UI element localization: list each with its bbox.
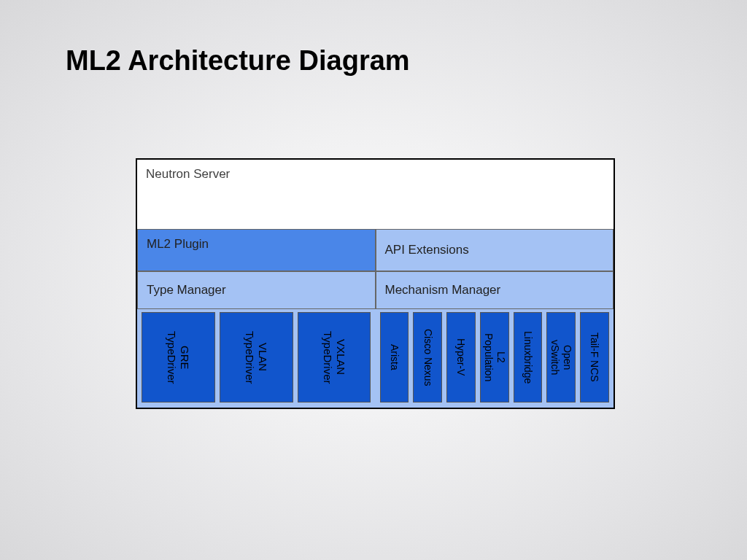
mech-driver-hyper-v: Hyper-V <box>446 312 476 402</box>
driver-label: L2 Population <box>482 333 507 381</box>
mech-driver-l2-population: L2 Population <box>480 312 509 402</box>
drivers-row: GRE TypeDriver VLAN TypeDriver VXLAN Typ… <box>137 309 614 408</box>
driver-label: Open vSwitch <box>549 340 574 375</box>
neutron-server-box: Neutron Server <box>137 160 614 229</box>
driver-label: GRE TypeDriver <box>165 331 191 384</box>
mech-driver-cisco-nexus: Cisco Nexus <box>413 312 442 402</box>
page-title: ML2 Architecture Diagram <box>66 45 410 77</box>
type-driver-gre: GRE TypeDriver <box>142 312 215 402</box>
mechanism-drivers-group: Arista Cisco Nexus Hyper-V L2 Population… <box>376 309 614 408</box>
type-driver-vlan: VLAN TypeDriver <box>220 312 293 402</box>
mech-driver-linuxbridge: Linuxbridge <box>514 312 543 402</box>
api-extensions-box: API Extensions <box>376 229 614 271</box>
plugin-row: ML2 Plugin API Extensions <box>137 229 614 271</box>
driver-label: VLAN TypeDriver <box>243 331 269 384</box>
type-manager-box: Type Manager <box>137 271 376 309</box>
driver-label: Linuxbridge <box>522 331 534 384</box>
driver-label: Arista <box>388 344 400 370</box>
driver-label: Tail-F NCS <box>589 332 601 382</box>
architecture-diagram: Neutron Server ML2 Plugin API Extensions… <box>136 158 615 409</box>
driver-label: Hyper-V <box>455 338 468 376</box>
mech-driver-open-vswitch: Open vSwitch <box>546 312 576 402</box>
manager-row: Type Manager Mechanism Manager <box>137 271 614 309</box>
type-drivers-group: GRE TypeDriver VLAN TypeDriver VXLAN Typ… <box>137 309 376 408</box>
driver-label: VXLAN TypeDriver <box>321 331 347 384</box>
mechanism-manager-box: Mechanism Manager <box>376 271 614 309</box>
mech-driver-tail-f-ncs: Tail-F NCS <box>580 312 609 402</box>
driver-label: Cisco Nexus <box>422 329 434 386</box>
mech-driver-arista: Arista <box>380 312 409 402</box>
type-driver-vxlan: VXLAN TypeDriver <box>298 312 371 402</box>
ml2-plugin-box: ML2 Plugin <box>137 229 376 271</box>
